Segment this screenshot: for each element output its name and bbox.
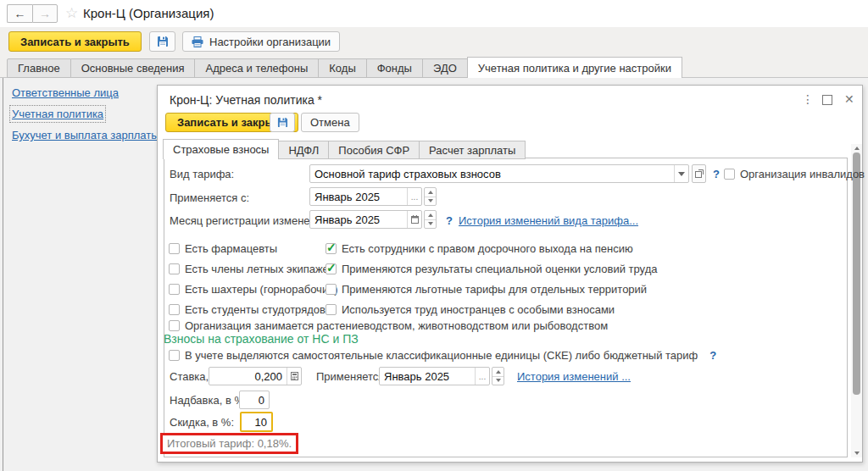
total-tariff-text: Итоговый тариф: 0,18%. [167, 437, 292, 450]
ellipsis-icon[interactable]: ... [407, 188, 421, 205]
surcharge-input[interactable]: 0 [239, 391, 270, 409]
cb-ske-row[interactable]: В учете выделяются самостоятельные класс… [169, 349, 716, 362]
disabled-org-label: Организация инвалидов [740, 168, 865, 180]
tab-uchetnaya-politika[interactable]: Учетная политика и другие настройки [467, 57, 682, 78]
sidebar-link-otvetstvennye-lica[interactable]: Ответственные лица [12, 86, 119, 99]
dtab-posobiya-sfr[interactable]: Пособия СФР [329, 141, 420, 159]
disabled-org-checkbox[interactable] [724, 169, 735, 180]
foreign-workers-checkbox[interactable] [326, 304, 337, 315]
dialog-tabs: Страховые взносы НДФЛ Пособия СФР Расчет… [164, 139, 526, 159]
cb-flight-crews-row[interactable]: Есть члены летных экипажей [169, 263, 335, 275]
cb-students-row[interactable]: Есть студенты студотрядов [169, 303, 326, 316]
printer-icon [192, 36, 203, 47]
rate-applies-input[interactable]: Январь 2025 ... [379, 367, 490, 385]
dtab-ndfl[interactable]: НДФЛ [279, 141, 329, 159]
preferential-tariffs-checkbox[interactable] [326, 284, 337, 295]
tariff-kind-input[interactable]: Основной тариф страховых взносов [309, 164, 689, 183]
spin-down-icon[interactable] [425, 197, 436, 206]
scroll-down-icon[interactable] [854, 449, 860, 457]
sidebar-link-buhuchet-zarplata[interactable]: Бухучет и выплата зарплаты [12, 129, 159, 141]
cb-early-retirement-row[interactable]: Есть сотрудники с правом досрочного выхо… [326, 242, 633, 255]
rate-history-link[interactable]: История изменений ... [517, 370, 631, 383]
spin-up-icon[interactable] [492, 368, 504, 377]
scroll-up-icon[interactable] [854, 144, 860, 152]
dialog-title: Крон-Ц: Учетная политика * [170, 93, 322, 107]
ske-checkbox[interactable] [169, 350, 180, 361]
org-settings-button[interactable]: Настройки организации [182, 31, 340, 52]
students-label: Есть студенты студотрядов [185, 303, 326, 316]
tab-fondy[interactable]: Фонды [367, 58, 423, 78]
scrollbar-thumb[interactable] [853, 152, 860, 395]
pharmacists-label: Есть фармацевты [185, 242, 277, 255]
tab-adresa-telefony[interactable]: Адреса и телефоны [195, 58, 319, 78]
dtab-strahovye-vznosy[interactable]: Страховые взносы [163, 139, 279, 159]
calculator-icon[interactable] [287, 368, 301, 385]
tab-osnovnye-svedeniya[interactable]: Основные сведения [71, 58, 196, 78]
agro-checkbox[interactable] [169, 320, 180, 331]
reg-month-input[interactable]: Январь 2025 [309, 210, 422, 229]
content-left-border [3, 78, 3, 471]
rate-applies-stepper[interactable] [492, 367, 504, 385]
sidebar-link-uchetnaya-politika[interactable]: Учетная политика [12, 108, 103, 120]
open-icon[interactable] [692, 164, 706, 183]
cb-miners-row[interactable]: Есть шахтеры (горнорабочие) [169, 283, 338, 296]
surcharge-value: 0 [240, 391, 269, 408]
cancel-button[interactable]: Отмена [301, 113, 359, 132]
chevron-down-icon[interactable] [674, 165, 688, 182]
cb-foreign-workers-row[interactable]: Используется труд иностранцев с особыми … [326, 303, 615, 316]
spin-up-icon[interactable] [425, 211, 436, 220]
rate-input[interactable]: 0,200 [209, 367, 302, 385]
main-tabs: Главное Основные сведения Адреса и телеф… [7, 57, 682, 78]
cb-pharmacists-row[interactable]: Есть фармацевты [169, 242, 277, 255]
miners-checkbox[interactable] [169, 284, 180, 295]
spin-down-icon[interactable] [425, 220, 436, 229]
flight-crews-label: Есть члены летных экипажей [185, 263, 335, 275]
save-close-button[interactable]: Записать и закрыть [8, 31, 142, 52]
pharmacists-checkbox[interactable] [169, 243, 180, 254]
save-button[interactable] [149, 31, 175, 52]
reg-month-stepper[interactable] [424, 210, 437, 229]
applies-from-input[interactable]: Январь 2025 ... [309, 187, 422, 206]
dialog-save-button[interactable] [270, 113, 295, 132]
help-icon[interactable]: ? [713, 168, 720, 180]
flight-crews-checkbox[interactable] [169, 263, 180, 274]
dialog-scrollbar[interactable] [851, 144, 862, 457]
tab-glavnoe[interactable]: Главное [7, 58, 71, 78]
special-assessment-checkbox[interactable] [326, 263, 337, 274]
tab-kody[interactable]: Коды [319, 58, 366, 78]
nav-history-group: ← → [7, 4, 58, 23]
tariff-history-link[interactable]: История изменений вида тарифа... [459, 214, 638, 227]
menu-dots-icon[interactable]: ⋮ [802, 93, 814, 105]
cb-preferential-tariffs-row[interactable]: Применяются льготные тарифы для отдельны… [326, 283, 647, 296]
page-title: Крон-Ц (Организация) [83, 6, 214, 20]
cb-special-assessment-row[interactable]: Применяются результаты специальной оценк… [326, 263, 657, 275]
early-retirement-checkbox[interactable] [326, 243, 337, 254]
applies-from-label: Применяется с: [170, 191, 249, 204]
students-checkbox[interactable] [169, 304, 180, 315]
disabled-org-row[interactable]: Организация инвалидов [724, 168, 865, 180]
close-icon[interactable]: ✕ [844, 93, 854, 105]
reg-month-label: Месяц регистрации изменений: [170, 214, 331, 227]
agro-label: Организация занимается растениеводством,… [185, 319, 608, 332]
tariff-kind-label: Вид тарифа: [170, 168, 234, 180]
discount-value: 10 [242, 413, 271, 430]
back-icon[interactable]: ← [7, 4, 32, 23]
help-icon[interactable]: ? [446, 214, 453, 227]
spin-down-icon[interactable] [492, 377, 504, 385]
discount-input[interactable]: 10 [240, 412, 273, 432]
app-window: ← → ☆ Крон-Ц (Организация) Записать и за… [0, 0, 868, 471]
calendar-icon[interactable] [407, 211, 421, 228]
ellipsis-icon[interactable]: ... [475, 368, 489, 385]
maximize-icon[interactable] [822, 95, 832, 105]
applies-from-value: Январь 2025 [310, 188, 407, 205]
dtab-raschet-zarplaty[interactable]: Расчет зарплаты [420, 141, 526, 159]
preferential-tariffs-label: Применяются льготные тарифы для отдельны… [342, 283, 647, 296]
star-icon[interactable]: ☆ [65, 6, 78, 21]
spin-up-icon[interactable] [425, 188, 436, 197]
tab-edo[interactable]: ЭДО [423, 58, 468, 78]
help-icon[interactable]: ? [709, 349, 716, 362]
forward-icon[interactable]: → [32, 4, 58, 23]
applies-from-stepper[interactable] [424, 187, 437, 206]
surcharge-label: Надбавка, в %: [170, 394, 248, 407]
cb-agro-row[interactable]: Организация занимается растениеводством,… [169, 319, 608, 332]
